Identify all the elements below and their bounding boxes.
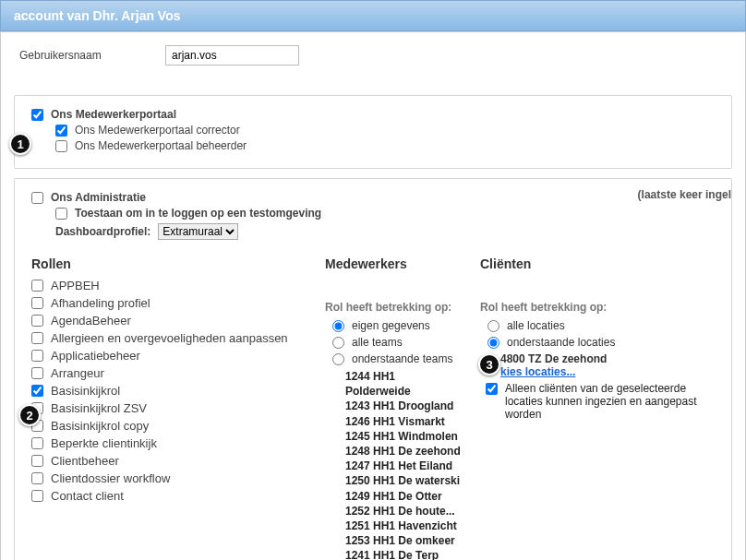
role-row: Arrangeur	[31, 366, 308, 380]
annotation-1: 1	[9, 133, 31, 155]
role-row: APPBEH	[31, 279, 308, 292]
team-item: 1250 HH1 De waterski	[345, 473, 463, 488]
role-label: Basisinkijkrol ZSV	[51, 401, 147, 415]
role-checkbox[interactable]	[31, 350, 43, 362]
role-checkbox[interactable]	[31, 455, 43, 467]
username-input[interactable]	[165, 45, 299, 66]
cli-only-clients-checkbox[interactable]	[486, 383, 498, 395]
med-radio-alle[interactable]	[332, 337, 344, 349]
team-item: 1252 HH1 De houte...	[345, 504, 463, 518]
role-checkbox[interactable]	[31, 297, 43, 309]
team-item: 1249 HH1 De Otter	[345, 489, 463, 504]
role-row: Basisinkijkrol ZSV	[31, 401, 308, 415]
role-checkbox[interactable]	[31, 332, 43, 344]
role-checkbox[interactable]	[31, 472, 43, 484]
role-label: APPBEH	[51, 279, 100, 292]
cli-radio-locaties[interactable]	[487, 337, 499, 349]
med-radio-eigen-label: eigen gegevens	[352, 319, 430, 332]
role-row: Clientdossier workflow	[31, 471, 308, 485]
role-label: Basisinkijkrol copy	[51, 419, 149, 433]
med-radio-teams[interactable]	[332, 353, 344, 365]
window-title-bar: account van Dhr. Arjan Vos	[0, 0, 746, 31]
team-item: 1251 HH1 Havenzicht	[345, 518, 463, 533]
med-radio-eigen[interactable]	[332, 320, 344, 332]
team-item: 1241 HH1 De Terp	[345, 548, 463, 560]
cli-radio-locaties-label: onderstaande locaties	[507, 336, 615, 349]
role-row: Basisinkijkrol	[31, 384, 308, 398]
role-checkbox[interactable]	[31, 280, 43, 292]
clienten-column: Cliënten Rol heeft betrekking op: alle l…	[480, 245, 715, 421]
medewerkers-column: Medewerkers Rol heeft betrekking op: eig…	[325, 245, 463, 560]
medewerkers-header: Medewerkers	[325, 256, 463, 271]
med-scope-label: Rol heeft betrekking op:	[325, 301, 463, 314]
portal-corrector-checkbox[interactable]	[55, 125, 67, 137]
role-checkbox[interactable]	[31, 367, 43, 379]
annotation-2: 2	[18, 404, 41, 426]
role-checkbox[interactable]	[31, 437, 43, 449]
clienten-header: Cliënten	[480, 256, 715, 271]
role-row: Allergieen en overgevoeligheden aanpasse…	[31, 331, 308, 345]
role-label: Basisinkijkrol	[51, 384, 120, 398]
admin-testenv-checkbox[interactable]	[55, 208, 67, 220]
role-row: Basisinkijkrol copy	[31, 419, 308, 433]
username-label: Gebruikersnaam	[19, 49, 130, 62]
dashboard-profile-select[interactable]: Extramuraal	[158, 223, 238, 240]
cli-location: 4800 TZ De zeehond	[500, 352, 715, 365]
role-checkbox[interactable]	[31, 315, 43, 327]
role-label: Arrangeur	[51, 366, 104, 380]
team-item: 1243 HH1 Droogland	[345, 399, 463, 413]
role-label: Beperkte clientinkijk	[51, 436, 157, 450]
roles-column: Rollen APPBEHAfhandeling profielAgendaBe…	[31, 245, 308, 506]
role-label: AgendaBeheer	[51, 314, 131, 328]
window-title: account van Dhr. Arjan Vos	[14, 8, 181, 23]
last-login-text: (laatste keer ingel	[638, 188, 731, 201]
main-panel: Gebruikersnaam Ons Medewerkerportaal Ons…	[0, 31, 746, 560]
role-row: Applicatiebeheer	[31, 349, 308, 363]
role-row: Afhandeling profiel	[31, 296, 308, 310]
role-label: Afhandeling profiel	[51, 296, 150, 310]
portal-section: Ons Medewerkerportaal Ons Medewerkerport…	[14, 95, 732, 169]
cli-radio-alle-label: alle locaties	[507, 319, 565, 332]
portal-beheerder-checkbox[interactable]	[55, 140, 67, 152]
team-item: 1248 HH1 De zeehond	[345, 444, 463, 459]
role-label: Applicatiebeheer	[51, 349, 140, 363]
role-label: Contact client	[51, 489, 124, 503]
admin-section: (laatste keer ingel Ons Administratie To…	[14, 178, 732, 560]
role-row: Beperkte clientinkijk	[31, 436, 308, 450]
dashboard-profile-label: Dashboardprofiel:	[55, 225, 150, 238]
admin-main-checkbox[interactable]	[31, 192, 43, 204]
admin-main-label: Ons Administratie	[51, 191, 146, 204]
choose-locations-link[interactable]: kies locaties...	[500, 365, 575, 378]
med-radio-alle-label: alle teams	[352, 336, 403, 349]
role-label: Clientdossier workflow	[51, 471, 170, 485]
portal-corrector-label: Ons Medewerkerportaal corrector	[75, 124, 240, 137]
page-root: account van Dhr. Arjan Vos Gebruikersnaa…	[0, 0, 746, 560]
roles-header: Rollen	[31, 256, 308, 271]
role-label: Clientbeheer	[51, 454, 119, 468]
team-item: 1253 HH1 De omkeer	[345, 533, 463, 548]
role-row: Contact client	[31, 489, 308, 503]
role-row: Clientbeheer	[31, 454, 308, 468]
annotation-3: 3	[478, 353, 500, 375]
role-row: AgendaBeheer	[31, 314, 308, 328]
teams-list: 1244 HH1 Polderweide1243 HH1 Droogland12…	[345, 369, 463, 560]
med-radio-teams-label: onderstaande teams	[352, 352, 452, 365]
portal-main-label: Ons Medewerkerportaal	[51, 108, 176, 121]
team-item: 1246 HH1 Vismarkt	[345, 414, 463, 429]
role-checkbox[interactable]	[31, 385, 43, 397]
cli-scope-label: Rol heeft betrekking op:	[480, 301, 715, 314]
team-item: 1245 HH1 Windmolen	[345, 429, 463, 444]
admin-testenv-label: Toestaan om in te loggen op een testomge…	[75, 207, 321, 220]
team-item: 1247 HH1 Het Eiland	[345, 459, 463, 473]
portal-main-checkbox[interactable]	[31, 109, 43, 121]
cli-radio-alle[interactable]	[487, 320, 499, 332]
roles-list: APPBEHAfhandeling profielAgendaBeheerAll…	[31, 279, 308, 503]
role-label: Allergieen en overgevoeligheden aanpasse…	[51, 331, 288, 345]
role-checkbox[interactable]	[31, 490, 43, 502]
username-section: Gebruikersnaam	[1, 32, 745, 86]
team-item: 1244 HH1 Polderweide	[345, 369, 463, 399]
cli-only-clients-label: Alleen cliënten van de geselecteerde loc…	[505, 382, 715, 421]
portal-beheerder-label: Ons Medewerkerportaal beheerder	[75, 139, 247, 152]
